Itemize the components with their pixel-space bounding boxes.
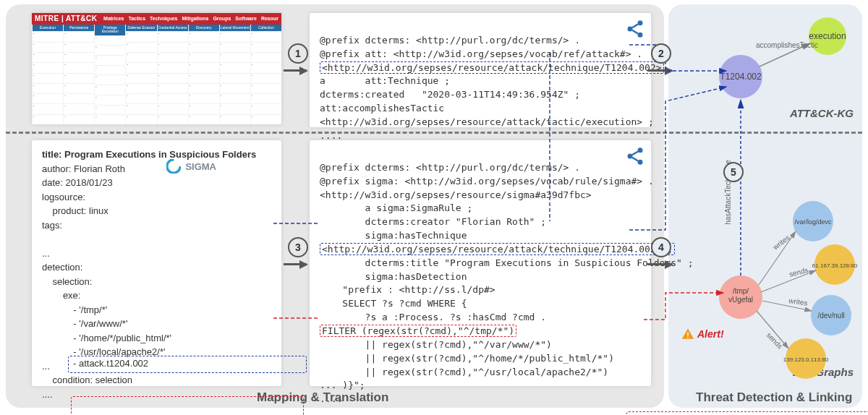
- rdf-sigma-code: @prefix dcterms: <http://purl.org/dc/ter…: [310, 140, 651, 415]
- mitre-logo: MITRE | ATT&CK: [35, 13, 97, 25]
- arrow-1: [284, 69, 307, 72]
- blue-highlight-technique: <http://w3id.org/sepses/resource/attack/…: [320, 61, 664, 74]
- blue-highlight-technique-2: <http://w3id.org/sepses/resource/attack/…: [320, 243, 675, 255]
- step-5: 5: [723, 162, 744, 182]
- blue-box-tag: - attack.t1204.002: [68, 356, 307, 373]
- edge-w2: writes: [788, 296, 808, 307]
- node-ip1-label: 61.167.39.128:80: [812, 262, 858, 269]
- svg-point-6: [638, 160, 643, 165]
- edge-s2: sends: [765, 331, 784, 351]
- edge-accomplishes: accomplishesTactic: [756, 41, 818, 49]
- rdf-attck-card: @prefix dcterms: <http://purl.org/dc/ter…: [310, 13, 651, 127]
- sigma-logo: SIGMA: [166, 159, 216, 174]
- mitre-matrix-card: MITRE | ATT&CK MatricesTacticsTechniques…: [32, 13, 281, 124]
- vlabel-sigma: Detection Rules (e.g. Sigma): [0, 264, 21, 275]
- node-t1204-label: T1204.002: [720, 72, 762, 82]
- step-1: 1: [288, 43, 308, 64]
- node-varlog-label: /var/log/devc: [794, 218, 832, 226]
- mitre-nav: MatricesTacticsTechniques MitigationsGro…: [103, 13, 278, 25]
- right-panel-graph: T1204.002 execution accomplishesTactic h…: [668, 4, 862, 408]
- edge-s1: sends: [788, 266, 809, 278]
- step-3: 3: [288, 237, 308, 257]
- svg-point-1: [628, 27, 633, 32]
- svg-point-4: [638, 147, 643, 153]
- svg-point-5: [628, 154, 633, 159]
- node-exec-label: execution: [809, 31, 846, 41]
- canvas: MITRE ATT&CK Detection Rules (e.g. Sigma…: [0, 0, 868, 415]
- node-ip2-label: 139.123.0.113:80: [783, 356, 829, 363]
- sigma-tag-text: - attack.t1204.002: [73, 358, 148, 369]
- svg-point-0: [638, 20, 643, 25]
- svg-point-2: [638, 33, 643, 38]
- mitre-header: MITRE | ATT&CK MatricesTacticsTechniques…: [32, 13, 281, 25]
- arrow-3: [284, 263, 307, 265]
- arrow-2: [647, 69, 672, 72]
- node-devnull-label: /dev/null: [817, 312, 844, 320]
- node-tmp-label2: vUgefal: [728, 296, 753, 304]
- arrow-4: [647, 263, 672, 265]
- red-box-detection: [626, 411, 868, 415]
- sigma-yaml-card: SIGMA title: Program Executions in Suspi…: [32, 140, 281, 386]
- step-4: 4: [651, 237, 671, 257]
- step-2: 2: [651, 43, 671, 64]
- svg-point-3: [167, 160, 180, 173]
- share-icon: [625, 146, 645, 166]
- mitre-matrix: Execution••••••••• Persistence••••••••• …: [32, 25, 281, 124]
- red-highlight-filter: FILTER (regex(str(?cmd),"^/tmp/*"): [320, 325, 516, 337]
- rdf-sigma-card: @prefix dcterms: <http://purl.org/dc/ter…: [310, 140, 651, 386]
- node-tmp-label: /tmp/: [733, 287, 749, 295]
- vlabel-mitre: MITRE ATT&CK: [0, 65, 21, 77]
- kg-graph: T1204.002 execution accomplishesTactic h…: [668, 4, 862, 408]
- share-icon: [625, 19, 645, 39]
- red-box-selection: [71, 396, 304, 415]
